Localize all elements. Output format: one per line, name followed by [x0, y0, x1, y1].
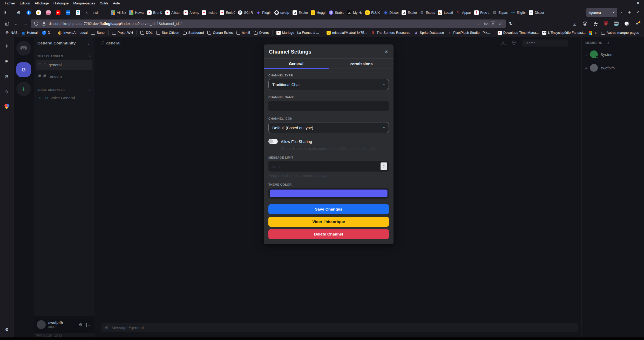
member-row[interactable]: # System: [585, 50, 640, 58]
bookmark-item[interactable]: ⚑ Mariage - La France à ...: [275, 30, 321, 36]
scroll-tabs-left-button[interactable]: ‹: [83, 8, 91, 17]
bookmarks-icon[interactable]: ☆: [3, 87, 11, 95]
minimize-button[interactable]: –: [608, 0, 620, 6]
bookmark-item[interactable]: ▣ Hotmail: [19, 30, 40, 36]
delete-channel-button[interactable]: Delete Channel: [268, 229, 389, 239]
bookmark-item[interactable]: Projet WH: [110, 30, 135, 36]
save-page-icon[interactable]: ⤓: [475, 21, 481, 27]
message-limit-input[interactable]: [268, 161, 389, 172]
account-button[interactable]: [581, 19, 589, 28]
server-header[interactable]: General Community ⋮: [34, 37, 94, 49]
home-server-button[interactable]: [16, 41, 31, 56]
history-icon[interactable]: ◷: [3, 72, 11, 80]
attach-plus-icon[interactable]: ⊕: [105, 325, 109, 330]
sidebar-toggle-button[interactable]: [3, 19, 11, 28]
browser-tab[interactable]: P SCI RE: [236, 8, 255, 17]
add-server-button[interactable]: +: [16, 82, 31, 96]
browser-tab[interactable]: ♥ Aromy: [182, 8, 200, 17]
theme-color-picker[interactable]: [268, 188, 389, 199]
bookmark-item[interactable]: Star Citizen: [154, 30, 181, 36]
list-tabs-button[interactable]: ˅: [634, 8, 642, 17]
pinned-tab[interactable]: ⊕: [14, 8, 24, 17]
menu-item[interactable]: Aide: [111, 1, 122, 5]
members-toggle-icon[interactable]: [501, 41, 506, 45]
search-input[interactable]: [522, 40, 568, 47]
menu-item[interactable]: Édition: [17, 1, 32, 5]
file-sharing-toggle[interactable]: [268, 139, 278, 144]
pinned-tab[interactable]: f: [24, 8, 33, 17]
menu-item[interactable]: Historique: [51, 1, 71, 5]
bookmark-item[interactable]: [494, 30, 494, 35]
tab-close-icon[interactable]: ✕: [611, 11, 615, 14]
browser-tab[interactable]: Discor: [382, 8, 400, 17]
menu-item[interactable]: Outils: [97, 1, 111, 5]
bookmark-item[interactable]: DDL: [139, 30, 154, 36]
shield-icon[interactable]: [33, 21, 39, 27]
back-button[interactable]: ←: [12, 19, 20, 28]
menu-item[interactable]: Affichage: [32, 1, 51, 5]
browser-tab[interactable]: Hawai: [127, 8, 146, 17]
logout-icon[interactable]: [→: [86, 322, 91, 327]
browser-tab[interactable]: adn Eligibi: [509, 8, 527, 17]
menu-item[interactable]: Marque-pages: [71, 1, 97, 5]
bookmark-item[interactable]: [137, 30, 137, 35]
bookmark-item[interactable]: ♥ Download Time Mana...: [496, 30, 541, 36]
app-menu-button[interactable]: ≡: [633, 19, 641, 28]
add-voice-channel-button[interactable]: +: [89, 88, 91, 92]
pinned-tab[interactable]: ◆: [33, 8, 43, 17]
extensions-button[interactable]: [591, 19, 600, 28]
browser-tab[interactable]: ▤ Espace ab: [491, 8, 509, 17]
extension-button[interactable]: [622, 19, 631, 28]
browser-tab[interactable]: ◆ Plugin: [255, 8, 273, 17]
member-row[interactable]: # swefpifh: [585, 64, 640, 72]
browser-tab[interactable]: ▤ Espace clie: [418, 8, 436, 17]
pin-icon[interactable]: [512, 41, 516, 45]
number-spinner[interactable]: ˄ ˅: [381, 162, 387, 170]
reload-button[interactable]: ↻: [507, 19, 515, 28]
browser-tab[interactable]: ☁ My Ha: [345, 8, 364, 17]
bookmark-item[interactable]: html5: [235, 30, 252, 36]
message-input[interactable]: ⊕ Message #general: [101, 323, 578, 332]
colorways-icon[interactable]: [3, 102, 11, 110]
pinned-tab[interactable]: ▶: [53, 8, 63, 17]
firefox-view-button[interactable]: [2, 8, 10, 17]
voice-channel-item[interactable]: Voice General: [34, 96, 94, 100]
browser-tab[interactable]: S Stable: [327, 8, 345, 17]
bookmark-item[interactable]: Starbound: [181, 30, 206, 36]
translate-page-icon[interactable]: A: [491, 22, 495, 26]
ublock-extension-button[interactable]: U0: [601, 19, 610, 28]
menu-item[interactable]: Fichier: [3, 1, 17, 5]
bookmark-item[interactable]: S The Spriters Resource: [369, 30, 412, 36]
channel-icon-select[interactable]: Default (Based on type) ˅: [268, 122, 389, 133]
spin-down-icon[interactable]: ˅: [383, 166, 384, 169]
url-field[interactable]: discord-like-php-chat-7262.dev.flatlogic…: [31, 19, 506, 28]
close-button[interactable]: ✕: [632, 0, 644, 6]
tab-permissions[interactable]: Permissions: [329, 59, 394, 69]
channel-item[interactable]: # # random: [36, 71, 92, 81]
bookmark-item[interactable]: ☺ mistralai/Mixtral-8x7B...: [325, 30, 369, 36]
downloads-button[interactable]: ↓: [570, 19, 579, 28]
browser-tab[interactable]: SL Appar: [455, 8, 473, 17]
save-changes-button[interactable]: Save Changes: [268, 204, 389, 214]
new-tab-button[interactable]: +: [625, 8, 634, 17]
browser-tab[interactable]: ♥ niciara: [200, 8, 218, 17]
channel-item[interactable]: # # general: [36, 60, 92, 70]
forward-button[interactable]: →: [21, 19, 30, 28]
bookmark-item[interactable]: Conan Exiles: [206, 30, 235, 36]
browser-tab[interactable]: t will: [91, 8, 109, 17]
browser-tab[interactable]: ☺ Huggi: [309, 8, 327, 17]
device-sync-icon[interactable]: ▣: [3, 57, 11, 65]
other-bookmarks-button[interactable]: Autres marque-pages: [599, 30, 641, 36]
browser-tab[interactable]: swefpi: [273, 8, 291, 17]
pinned-tab[interactable]: DSM: [63, 8, 73, 17]
bookmark-item[interactable]: Suno: [89, 30, 106, 36]
goggles-extension-button[interactable]: [612, 19, 621, 28]
server-menu-icon[interactable]: ⋮: [87, 41, 91, 45]
lock-icon[interactable]: [41, 21, 47, 27]
clear-history-button[interactable]: Vider l'historique: [268, 217, 389, 227]
bookmark-item[interactable]: ⊕ NAS: [3, 30, 19, 36]
bookmark-item[interactable]: [323, 30, 323, 35]
bookmark-item[interactable]: f D: [40, 30, 52, 36]
pinned-tab[interactable]: [43, 8, 53, 17]
bookmark-item[interactable]: [54, 30, 54, 35]
